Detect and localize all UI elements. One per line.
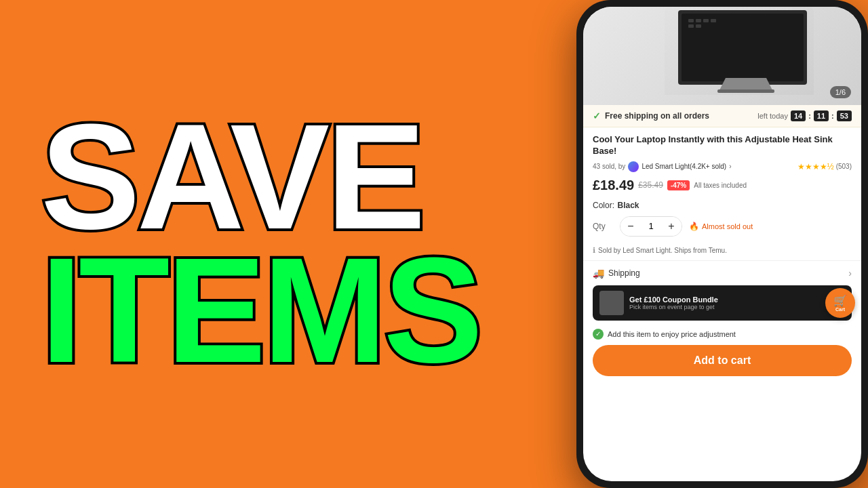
shipping-banner: ✓ Free shipping on all orders left today… — [583, 105, 861, 127]
svg-rect-5 — [703, 19, 709, 22]
quantity-control: − 1 + — [620, 216, 682, 237]
product-info: Cool Your Laptop Instantly with this Adj… — [583, 127, 861, 246]
seller-avatar — [628, 161, 639, 172]
svg-rect-2 — [682, 14, 804, 81]
price-adjustment-row: ✓ Add this item to enjoy price adjustmen… — [583, 326, 861, 345]
seller-name: Led Smart Light(4.2K+ sold) — [642, 163, 726, 170]
product-image — [583, 7, 861, 105]
phone-mockup: 1/6 ✓ Free shipping on all orders left t… — [576, 0, 868, 488]
price-adj-text: Add this item to enjoy price adjustment — [608, 330, 736, 338]
ships-from-row: ℹ Sold by Led Smart Light. Ships from Te… — [583, 246, 861, 255]
discount-badge: -47% — [667, 180, 690, 190]
almost-sold-label: Almost sold out — [702, 222, 753, 230]
color-value: Black — [617, 201, 639, 210]
seller-row: 43 sold, by Led Smart Light(4.2K+ sold) … — [593, 161, 852, 172]
current-price: £18.49 — [593, 178, 634, 193]
price-adj-check-icon: ✓ — [593, 329, 604, 340]
tax-label: All taxes included — [694, 182, 747, 189]
coupon-subtitle: Pick items on event page to get — [629, 304, 845, 310]
cart-label: Cart — [835, 307, 845, 312]
coupon-banner[interactable]: Get £100 Coupon Bundle Pick items on eve… — [593, 285, 852, 321]
shipping-row-left: 🚚 Shipping — [593, 268, 640, 279]
qty-minus-button[interactable]: − — [620, 217, 641, 236]
shipping-label: Shipping — [608, 268, 640, 278]
phone-screen: 1/6 ✓ Free shipping on all orders left t… — [583, 7, 861, 481]
coupon-title: Get £100 Coupon Bundle — [629, 296, 845, 304]
qty-plus-button[interactable]: + — [661, 217, 682, 236]
color-label: Color: — [593, 201, 614, 210]
seller-chevron-icon: › — [729, 163, 731, 170]
timer-hours: 14 — [791, 110, 806, 121]
chevron-right-icon: › — [848, 268, 852, 279]
shipping-row[interactable]: 🚚 Shipping › — [583, 260, 861, 285]
shipping-banner-text: Free shipping on all orders — [605, 111, 709, 121]
review-count: (503) — [836, 163, 852, 170]
shipping-timer-area: left today 14 : 11 : 53 — [757, 110, 852, 121]
svg-rect-7 — [688, 24, 694, 28]
svg-rect-3 — [688, 19, 694, 22]
svg-rect-8 — [696, 24, 701, 28]
price-row: £18.49 £35.49 -47% All taxes included — [593, 178, 852, 193]
coupon-text-area: Get £100 Coupon Bundle Pick items on eve… — [629, 296, 845, 310]
timer-colon-1: : — [808, 112, 811, 120]
fire-icon: 🔥 — [689, 222, 699, 231]
add-to-cart-button[interactable]: Add to cart — [593, 345, 852, 376]
color-row: Color: Black — [593, 199, 852, 211]
seller-info[interactable]: 43 sold, by Led Smart Light(4.2K+ sold) … — [593, 161, 732, 172]
svg-rect-10 — [717, 89, 774, 93]
delivery-icon: 🚚 — [593, 268, 604, 279]
sold-count: 43 sold, by — [593, 163, 625, 170]
save-title: SAVE — [41, 114, 422, 241]
left-today-label: left today — [757, 112, 788, 120]
almost-sold-out: 🔥 Almost sold out — [689, 222, 753, 231]
product-title: Cool Your Laptop Instantly with this Adj… — [593, 134, 852, 157]
coupon-thumbnail — [599, 291, 624, 315]
items-title: ITEMS — [41, 247, 479, 374]
shipping-banner-left: ✓ Free shipping on all orders — [593, 110, 709, 121]
cart-button[interactable]: 🛒 Cart — [825, 288, 855, 318]
timer-minutes: 11 — [814, 110, 829, 121]
right-panel: 1/6 ✓ Free shipping on all orders left t… — [522, 0, 868, 488]
qty-row: Qty − 1 + 🔥 Almost sold out — [593, 216, 852, 237]
product-image-area: 1/6 — [583, 7, 861, 105]
svg-rect-4 — [696, 19, 701, 22]
svg-rect-6 — [711, 19, 716, 22]
image-counter: 1/6 — [830, 86, 851, 98]
original-price: £35.49 — [638, 180, 663, 190]
timer-seconds: 53 — [837, 110, 852, 121]
cart-icon: 🛒 — [833, 294, 847, 307]
check-icon: ✓ — [593, 110, 601, 121]
info-icon: ℹ — [593, 246, 595, 255]
qty-label: Qty — [593, 222, 613, 231]
laptop-stand-illustration — [644, 7, 848, 95]
timer-colon-2: : — [831, 112, 834, 120]
left-panel: SAVE ITEMS — [0, 0, 522, 488]
ships-from-text: Sold by Led Smart Light. Ships from Temu… — [598, 247, 727, 254]
stars-row: ★★★★½ (503) — [797, 162, 852, 171]
qty-value: 1 — [641, 217, 661, 236]
star-rating: ★★★★½ — [797, 162, 834, 171]
